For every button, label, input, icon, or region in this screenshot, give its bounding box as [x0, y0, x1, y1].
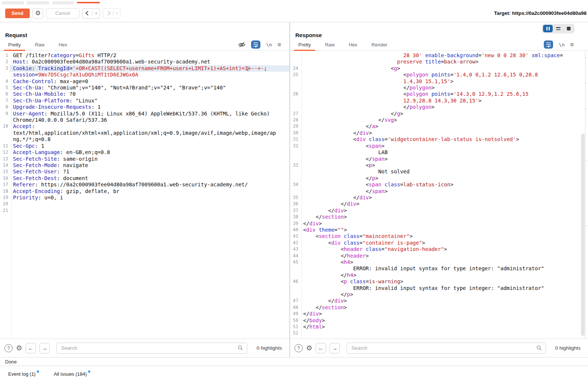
help-icon[interactable]: ? — [4, 344, 13, 352]
code-text: </section> — [300, 304, 588, 311]
line-number — [290, 104, 300, 110]
menu-icon[interactable]: ≡ — [570, 42, 574, 48]
word-wrap-toggle[interactable] — [544, 40, 553, 49]
code-text: Accept-Encoding: gzip, deflate, br — [10, 188, 289, 195]
code-text: <polygon points='1.4,0 0,1.2 12.6,15 0,2… — [300, 72, 588, 78]
line-number: 19 — [0, 195, 10, 201]
tab-raw[interactable]: Raw — [320, 39, 340, 50]
line-number: 51 — [290, 324, 300, 330]
target-label: Target: — [494, 10, 511, 16]
code-text: </div> — [300, 201, 588, 207]
response-title: Response — [295, 32, 322, 38]
send-settings-button[interactable]: ⚙ — [33, 8, 43, 19]
eye-off-icon[interactable] — [238, 42, 246, 48]
response-editor[interactable]: 28 30' enable-background='new 0 0 28 30'… — [290, 51, 588, 339]
word-wrap-toggle[interactable] — [251, 40, 260, 49]
code-text: </a> — [300, 123, 588, 130]
code-row: 48 </section> — [290, 304, 588, 311]
line-number: 18 — [0, 188, 10, 195]
code-row: ng,*/*;q=0.8 — [0, 136, 289, 143]
footer-tab-event-log[interactable]: Event log (1) — [8, 371, 39, 377]
tab-pretty[interactable]: Pretty — [293, 39, 316, 50]
code-row: 31 <div class='widgetcontainer-lab-statu… — [290, 136, 588, 143]
code-text: </span> — [300, 156, 588, 162]
line-number: 39 — [290, 221, 300, 227]
code-text — [300, 330, 588, 336]
tab-raw[interactable]: Raw — [30, 39, 50, 50]
tab-hex[interactable]: Hex — [53, 39, 72, 50]
code-text: </p> — [300, 291, 588, 298]
inspector-section-divider — [585, 83, 588, 83]
tab-render[interactable]: Render — [366, 39, 393, 50]
background-tab-stub[interactable] — [52, 1, 74, 4]
search-settings-icon[interactable]: ⚙ — [16, 345, 22, 352]
line-number — [290, 85, 300, 91]
inspector-collapsed-strip[interactable] — [585, 51, 588, 339]
forward-button[interactable]: ▾ — [103, 8, 120, 19]
send-button[interactable]: Send — [5, 9, 30, 18]
chevron-down-icon: ▾ — [113, 12, 120, 15]
code-text: ERROR: invalid input syntax for type int… — [300, 285, 588, 291]
request-search-input[interactable] — [61, 345, 238, 351]
response-findbar: ? ⚙ ← → 0 highlights — [290, 339, 588, 357]
code-row: 16Sec-Fetch-Dest: document — [0, 175, 289, 182]
background-tab-stub[interactable] — [2, 1, 24, 4]
code-text: </section> — [300, 214, 588, 220]
active-tab-underline — [77, 2, 100, 3]
code-row: 10Accept: — [0, 123, 289, 130]
code-text: Host: 0a2c000903fee04d80a98af7009600a1.w… — [10, 59, 289, 65]
code-row: 8Upgrade-Insecure-Requests: 1 — [0, 104, 289, 110]
request-tabs: Pretty Raw Hex — [0, 39, 289, 51]
cancel-button[interactable]: Cancel — [46, 8, 79, 19]
code-text: <div class="container is-page"> — [300, 240, 588, 246]
tab-hex[interactable]: Hex — [344, 39, 363, 50]
line-number — [290, 272, 300, 278]
help-icon[interactable]: ? — [295, 344, 303, 352]
menu-icon[interactable]: ≡ — [277, 42, 281, 48]
footer-tab-label: All issues (184) — [54, 371, 87, 377]
inspector-section-divider — [585, 226, 588, 226]
code-text: 28 30' enable-background='new 0 0 28 30'… — [300, 52, 588, 59]
status-text: Done — [5, 359, 17, 365]
code-row: 38 </section> — [290, 214, 588, 220]
back-button[interactable]: ▾ — [82, 8, 100, 19]
code-row: ERROR: invalid input syntax for type int… — [290, 285, 588, 291]
newline-icon[interactable]: \n — [559, 42, 565, 48]
code-row: 51</html> — [290, 324, 588, 330]
code-row: 34 <span class=lab-status-icon> — [290, 182, 588, 188]
tab-pretty[interactable]: Pretty — [3, 39, 26, 50]
request-view-icons: \n ≡ — [238, 40, 289, 49]
inspector-section-divider — [585, 58, 588, 58]
line-number — [290, 169, 300, 175]
code-row: 24 <g> — [290, 65, 588, 72]
find-next-button[interactable]: → — [329, 343, 340, 353]
find-next-button[interactable]: → — [39, 343, 50, 353]
chevron-down-icon[interactable]: ▾ — [93, 12, 100, 15]
code-row: 45 <h4> — [290, 259, 588, 265]
line-number: 10 — [0, 123, 10, 130]
search-settings-icon[interactable]: ⚙ — [306, 345, 312, 352]
line-number: 17 — [0, 182, 10, 188]
line-number: 16 — [0, 175, 10, 182]
line-number — [290, 78, 300, 85]
footer-tab-all-issues[interactable]: All issues (184) — [54, 371, 90, 377]
newline-icon[interactable]: \n — [266, 42, 272, 48]
request-editor[interactable]: 1GET /filter?category=Gifts HTTP/22Host:… — [0, 51, 289, 339]
code-text: LAB — [300, 149, 588, 156]
background-tab-stub[interactable] — [27, 1, 49, 4]
code-row: 21 — [0, 208, 289, 214]
line-number: 41 — [290, 233, 300, 239]
response-search-input[interactable] — [351, 345, 536, 351]
request-search-field[interactable] — [56, 343, 247, 354]
find-previous-button[interactable]: ← — [26, 343, 36, 353]
code-row: 43 <header class="navigation-header"> — [290, 246, 588, 252]
line-number — [0, 72, 10, 78]
response-search-field[interactable] — [347, 343, 546, 354]
scrollbar-thumb[interactable] — [581, 134, 585, 336]
code-text: Sec-Ch-Ua-Mobile: ?0 — [10, 91, 289, 97]
code-row: 30 </div> — [290, 130, 588, 136]
line-number: 31 — [290, 136, 300, 143]
line-number — [290, 52, 300, 59]
find-previous-button[interactable]: ← — [316, 343, 326, 353]
line-number: 24 — [290, 65, 300, 72]
